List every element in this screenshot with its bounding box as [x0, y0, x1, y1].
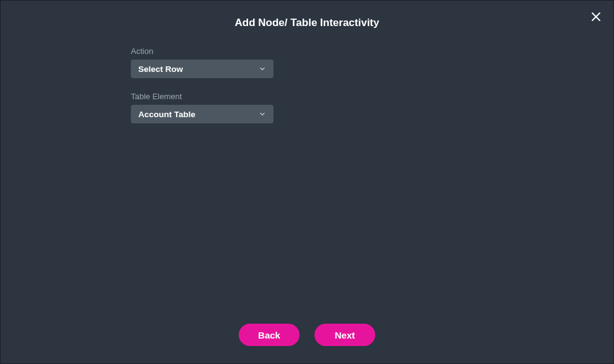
modal-footer: Back Next — [1, 324, 613, 346]
action-field-group: Action Select Row — [131, 47, 613, 78]
close-button[interactable] — [590, 12, 602, 24]
back-button[interactable]: Back — [239, 324, 300, 346]
modal-title: Add Node/ Table Interactivity — [1, 1, 613, 29]
table-element-select[interactable]: Account Table — [131, 105, 274, 123]
chevron-down-icon — [259, 110, 266, 118]
action-select[interactable]: Select Row — [131, 60, 274, 78]
table-element-label: Table Element — [131, 92, 613, 101]
action-select-value: Select Row — [138, 64, 183, 74]
add-node-modal: Add Node/ Table Interactivity Action Sel… — [1, 1, 613, 363]
next-button[interactable]: Next — [314, 324, 375, 346]
close-icon — [590, 11, 602, 25]
chevron-down-icon — [259, 65, 266, 73]
form-area: Action Select Row Table Element Account … — [1, 29, 613, 123]
table-element-select-value: Account Table — [138, 110, 195, 119]
table-element-field-group: Table Element Account Table — [131, 92, 613, 123]
action-label: Action — [131, 47, 613, 56]
